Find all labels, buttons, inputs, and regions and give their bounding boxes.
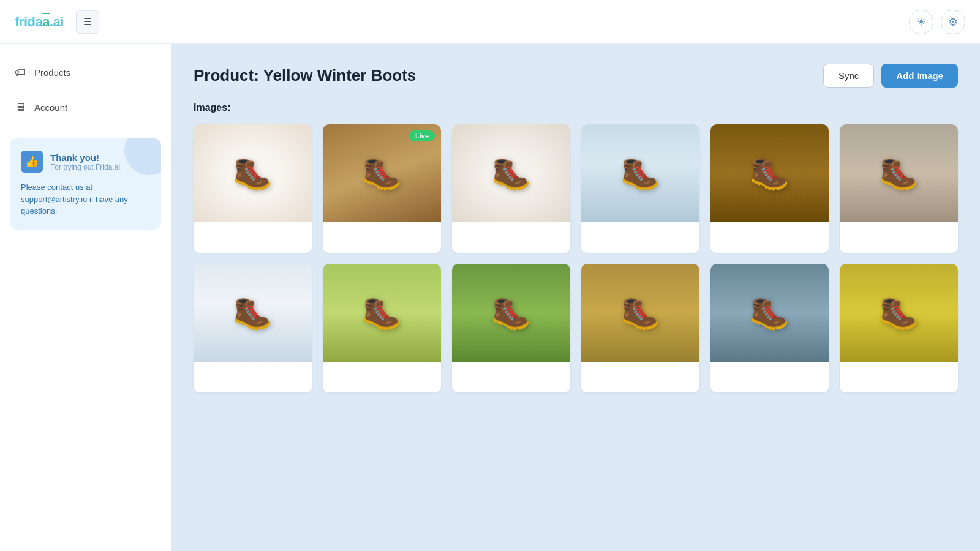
thankyou-body: Please contact us at support@artistry.io… [21, 181, 150, 217]
image-footer [581, 362, 699, 392]
image-footer [194, 362, 312, 392]
main-content: Product: Yellow Winter Boots Sync Add Im… [172, 44, 980, 551]
image-card[interactable]: 🥾 [710, 124, 829, 253]
images-section-label: Images: [194, 102, 958, 113]
image-card[interactable]: 🥾 [323, 264, 441, 392]
image-card[interactable]: 🥾 [581, 264, 699, 392]
content-header: Product: Yellow Winter Boots Sync Add Im… [194, 64, 958, 88]
image-card[interactable]: 🥾 [581, 124, 699, 253]
theme-toggle-button[interactable]: ☀ [909, 10, 933, 34]
image-footer [323, 362, 441, 392]
sidebar-item-products[interactable]: 🏷 Products [0, 56, 171, 89]
sidebar-account-label: Account [34, 102, 67, 113]
boot-image: 🥾 [362, 294, 402, 332]
logo: fridaa.ai [15, 14, 64, 30]
boot-image: 🥾 [750, 294, 790, 332]
live-badge: Live [409, 130, 435, 141]
logo-text: fridaa.ai [15, 14, 64, 29]
header: fridaa.ai ☰ ☀ ⚙ [0, 0, 980, 44]
hamburger-icon: ☰ [83, 16, 92, 28]
boot-image: 🥾 [879, 155, 919, 192]
image-card[interactable]: 🥾 [710, 264, 829, 392]
thankyou-card: 👍 Thank you! For trying out Frida.ai. Pl… [10, 138, 161, 230]
thankyou-text-block: Thank you! For trying out Frida.ai. [50, 152, 122, 171]
image-footer [840, 222, 958, 253]
boot-image: 🥾 [491, 155, 531, 192]
sidebar-products-label: Products [34, 67, 70, 78]
image-footer [581, 222, 699, 253]
image-footer [452, 222, 570, 253]
menu-button[interactable]: ☰ [76, 10, 99, 34]
thumbs-up-icon: 👍 [21, 151, 43, 173]
image-footer [452, 362, 570, 392]
settings-button[interactable]: ⚙ [941, 10, 965, 34]
image-footer [710, 362, 829, 392]
sun-icon: ☀ [916, 15, 926, 29]
header-right: ☀ ⚙ [909, 10, 965, 34]
sidebar: 🏷 Products 🖥 Account 👍 Thank you! For tr… [0, 44, 172, 551]
image-card[interactable]: 🥾 [840, 264, 958, 392]
add-image-button[interactable]: Add Image [881, 64, 958, 88]
image-footer [194, 222, 312, 253]
image-footer [840, 362, 958, 392]
boot-image: 🥾 [879, 294, 919, 332]
header-left: fridaa.ai ☰ [15, 10, 99, 34]
header-actions: Sync Add Image [823, 64, 958, 88]
sync-button[interactable]: Sync [823, 64, 874, 88]
image-card[interactable]: 🥾 [452, 124, 570, 253]
image-card[interactable]: 🥾 [840, 124, 958, 253]
image-grid: 🥾🥾Live🥾🥾🥾🥾🥾🥾🥾🥾🥾🥾 [194, 124, 958, 392]
boot-image: 🥾 [233, 294, 273, 332]
thankyou-title: Thank you! [50, 152, 122, 163]
products-icon: 🏷 [15, 66, 26, 79]
boot-image: 🥾 [233, 155, 273, 192]
app-layout: 🏷 Products 🖥 Account 👍 Thank you! For tr… [0, 44, 980, 551]
image-footer [710, 222, 829, 253]
boot-image: 🥾 [750, 155, 790, 192]
image-card[interactable]: 🥾 [194, 124, 312, 253]
boot-image: 🥾 [362, 155, 402, 192]
image-card[interactable]: 🥾 [452, 264, 570, 392]
boot-image: 🥾 [620, 294, 660, 332]
account-icon: 🖥 [15, 101, 26, 114]
image-card[interactable]: 🥾 [194, 264, 312, 392]
image-footer [323, 222, 441, 253]
page-title: Product: Yellow Winter Boots [194, 66, 416, 85]
thankyou-subtitle: For trying out Frida.ai. [50, 163, 122, 171]
image-card[interactable]: 🥾Live [323, 124, 441, 253]
gear-icon: ⚙ [948, 15, 958, 29]
boot-image: 🥾 [491, 294, 531, 332]
sidebar-item-account[interactable]: 🖥 Account [0, 91, 171, 124]
boot-image: 🥾 [620, 155, 660, 192]
